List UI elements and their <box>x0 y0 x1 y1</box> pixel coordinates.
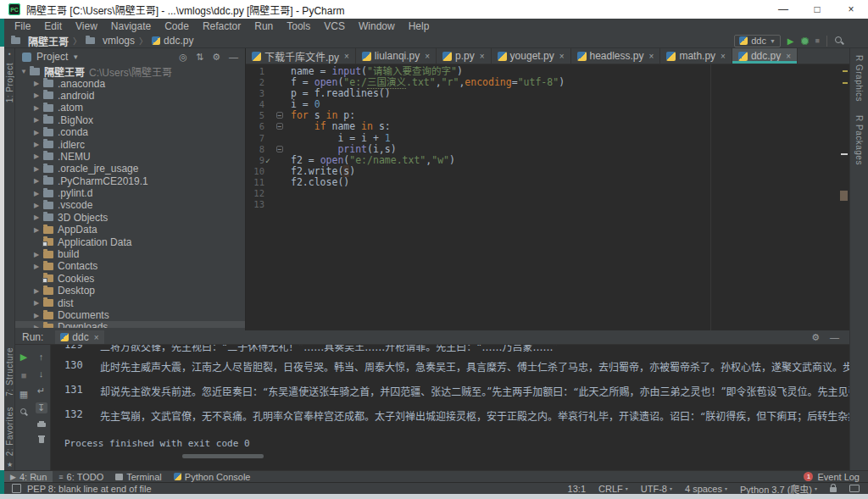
chevron-collapsed-icon[interactable]: ▶ <box>34 190 43 197</box>
chevron-collapsed-icon[interactable]: ▶ <box>34 91 43 99</box>
chevron-collapsed-icon[interactable]: ▶ <box>34 324 43 328</box>
monitor-icon[interactable] <box>849 485 860 492</box>
search-everywhere-icon[interactable] <box>834 36 844 46</box>
tree-item-Contacts[interactable]: ▶Contacts <box>15 260 245 272</box>
editor-tab-p.py[interactable]: p.py× <box>437 48 492 64</box>
pin-tab-icon[interactable] <box>19 408 28 416</box>
project-tree[interactable]: ▼隔壁王哥C:\Users\隔壁王哥▶.anaconda▶.android▶.a… <box>15 65 245 328</box>
encoding-widget[interactable]: UTF-8▾ <box>641 484 672 494</box>
chevron-collapsed-icon[interactable]: ▶ <box>34 152 43 160</box>
close-tab-icon[interactable]: × <box>786 52 791 61</box>
tree-item-3D Objects[interactable]: ▶3D Objects <box>15 212 245 224</box>
menu-file[interactable]: File <box>8 20 37 32</box>
tree-item-.atom[interactable]: ▶.atom <box>15 102 245 114</box>
menu-edit[interactable]: Edit <box>37 20 69 32</box>
settings-gear-icon[interactable]: ⚙ <box>212 52 220 63</box>
up-stack-trace-icon[interactable]: ↑ <box>36 352 47 363</box>
rerun-button[interactable]: ▶ <box>18 352 30 363</box>
close-button[interactable]: × <box>834 0 868 19</box>
run-configuration-select[interactable]: ddc ▼ <box>734 35 781 47</box>
chevron-collapsed-icon[interactable]: ▶ <box>34 104 43 112</box>
fold-marker-icon[interactable]: − <box>276 112 283 119</box>
chevron-collapsed-icon[interactable]: ▶ <box>34 141 43 148</box>
tree-item-.PyCharmCE2019.1[interactable]: ▶.PyCharmCE2019.1 <box>15 175 245 187</box>
stripe-tab-favorites[interactable]: 2: Favorites <box>5 407 14 456</box>
run-console-output[interactable]: Process finished with exit code 0 129二将方… <box>51 345 849 470</box>
editor-tab-下载千库文件.py[interactable]: 下载千库文件.py× <box>246 48 356 64</box>
tree-item-.NEMU[interactable]: ▶.NEMU <box>15 151 245 163</box>
lock-icon[interactable] <box>830 487 837 492</box>
indent-widget[interactable]: 4 spaces▾ <box>685 484 727 494</box>
breadcrumb-item-vmlogs[interactable]: vmlogs <box>86 35 135 47</box>
stripe-tab-r-packages[interactable]: R Packages <box>854 115 864 165</box>
tree-item-Desktop[interactable]: ▶Desktop <box>15 285 245 297</box>
chevron-collapsed-icon[interactable]: ▶ <box>34 202 43 209</box>
chevron-collapsed-icon[interactable]: ▶ <box>34 80 43 87</box>
caret-position-widget[interactable]: 13:1 <box>568 484 586 494</box>
restore-layout-icon[interactable]: ▦ <box>18 389 30 400</box>
editor-tab-ddc.py[interactable]: ddc.py× <box>732 48 798 64</box>
close-tab-icon[interactable]: × <box>425 52 430 61</box>
stop-button[interactable]: ■ <box>815 36 820 45</box>
close-icon[interactable]: × <box>94 333 99 342</box>
collapse-all-icon[interactable]: ⇅ <box>196 52 203 63</box>
chevron-collapsed-icon[interactable]: ▶ <box>34 312 43 319</box>
chevron-collapsed-icon[interactable]: ▶ <box>34 287 43 295</box>
toolwindow-terminal-button[interactable]: Terminal <box>109 471 168 482</box>
menu-tools[interactable]: Tools <box>280 20 317 32</box>
hide-panel-icon[interactable]: — <box>830 332 839 343</box>
tree-item-.anaconda[interactable]: ▶.anaconda <box>15 77 245 89</box>
tree-item-.conda[interactable]: ▶.conda <box>15 126 245 138</box>
soft-wrap-icon[interactable]: ↵ <box>36 385 47 396</box>
print-icon[interactable] <box>37 421 46 428</box>
editor-tab-math.py[interactable]: math.py× <box>660 48 732 64</box>
maximize-button[interactable]: □ <box>800 0 834 19</box>
tree-item-dist[interactable]: ▶dist <box>15 297 245 308</box>
settings-gear-icon[interactable]: ⚙ <box>811 332 820 343</box>
chevron-expanded-icon[interactable]: ▼ <box>20 68 30 75</box>
line-ending-widget[interactable]: CRLF▾ <box>598 484 628 494</box>
tree-item-.idlerc[interactable]: ▶.idlerc <box>15 138 245 150</box>
tree-item-build[interactable]: ▶build <box>15 248 245 260</box>
tree-item-.vscode[interactable]: ▶.vscode <box>15 199 245 211</box>
chevron-collapsed-icon[interactable]: ▶ <box>34 165 43 173</box>
event-log-cluster[interactable]: 1 Event Log <box>804 472 860 482</box>
hide-panel-icon[interactable]: — <box>229 52 238 62</box>
close-tab-icon[interactable]: × <box>344 52 349 61</box>
stop-process-button[interactable]: ■ <box>18 370 30 381</box>
menu-code[interactable]: Code <box>158 20 196 32</box>
clear-all-icon[interactable] <box>38 435 45 443</box>
toolwindow-run-button[interactable]: ▶ 4: Run <box>4 471 53 482</box>
editor-scrollbar-thumb[interactable] <box>840 191 848 201</box>
tree-item-Documents[interactable]: ▶Documents <box>15 309 245 321</box>
menu-help[interactable]: Help <box>402 20 437 32</box>
menu-navigate[interactable]: Navigate <box>104 20 158 32</box>
stripe-tab-structure[interactable]: 7: Structure <box>5 347 14 396</box>
menu-vcs[interactable]: VCS <box>317 20 352 32</box>
editor-tab-liulanqi.py[interactable]: liulanqi.py× <box>356 48 437 64</box>
close-tab-icon[interactable]: × <box>721 52 726 61</box>
chevron-collapsed-icon[interactable]: ▶ <box>34 116 43 124</box>
run-button[interactable]: ▶ <box>787 36 794 46</box>
breadcrumb-item-ddc.py[interactable]: ddc.py <box>152 35 193 47</box>
chevron-collapsed-icon[interactable]: ▶ <box>34 213 43 221</box>
menu-window[interactable]: Window <box>352 20 402 32</box>
code-editor[interactable]: 1name = input("请输入要查询的字")2f = open("e:/三… <box>246 64 849 330</box>
tree-item-.BigNox[interactable]: ▶.BigNox <box>15 114 245 126</box>
tree-root-item[interactable]: ▼隔壁王哥C:\Users\隔壁王哥 <box>15 65 245 77</box>
chevron-collapsed-icon[interactable]: ▶ <box>34 263 43 270</box>
chevron-collapsed-icon[interactable]: ▶ <box>34 129 43 136</box>
stripe-tab-r-graphics[interactable]: R Graphics <box>854 55 864 102</box>
close-tab-icon[interactable]: × <box>480 52 485 61</box>
breadcrumb-item-隔壁王哥[interactable]: 隔壁王哥 <box>11 34 69 48</box>
editor-tab-headless.py[interactable]: headless.py× <box>571 48 661 64</box>
locate-file-icon[interactable]: ◎ <box>179 52 187 63</box>
tree-item-.android[interactable]: ▶.android <box>15 90 245 102</box>
menu-run[interactable]: Run <box>248 20 280 32</box>
toolwindow-toggle-icon[interactable] <box>12 484 21 493</box>
toolwindow-python-console-button[interactable]: Python Console <box>168 471 257 482</box>
scroll-to-end-icon[interactable]: ↧ <box>36 402 47 413</box>
tree-item-.pylint.d[interactable]: ▶.pylint.d <box>15 187 245 199</box>
fold-marker-icon[interactable]: − <box>276 146 283 152</box>
tree-item-Cookies[interactable]: Cookies <box>15 273 245 285</box>
